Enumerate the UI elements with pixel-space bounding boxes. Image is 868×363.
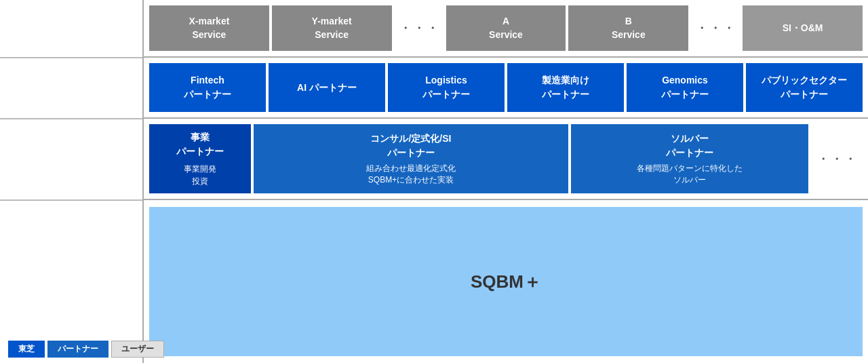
partner-consulting: コンサル/定式化/SIパートナー 組み合わせ最適化定式化SQBM+に合わせた実装 (254, 124, 568, 193)
partner-solver: ソルバーパートナー 各種問題パターンに特化したソルバー (571, 124, 808, 193)
left-label-row4 (0, 200, 142, 288)
partner-genomics: Genomicsパートナー (627, 63, 743, 112)
service-a: AService (446, 5, 566, 51)
dots-3: ・・・ (811, 124, 863, 193)
sqbm-row: SQBM＋ (144, 200, 868, 363)
left-label-row1 (0, 0, 142, 58)
main-container: X-marketService Y-marketService ・・・ ASer… (0, 0, 868, 363)
sqbm-label: SQBM＋ (471, 270, 541, 294)
service-xmarket: X-marketService (149, 5, 269, 51)
legend-user: ユーザー (111, 341, 164, 358)
left-label-row2 (0, 58, 142, 119)
left-labels (0, 0, 142, 363)
services-row: X-marketService Y-marketService ・・・ ASer… (144, 0, 868, 58)
legend: 東芝 パートナー ユーザー (8, 341, 164, 358)
service-ymarket: Y-marketService (272, 5, 392, 51)
dots-1: ・・・ (395, 5, 443, 51)
legend-toshiba: 東芝 (8, 341, 45, 358)
sqbm-box: SQBM＋ (149, 207, 863, 356)
main-content-area: X-marketService Y-marketService ・・・ ASer… (142, 0, 868, 363)
service-b: BService (568, 5, 688, 51)
blue-partners-row: Fintechパートナー AI パートナー Logisticsパートナー 製造業… (144, 58, 868, 119)
service-si-om: SI・O&M (743, 5, 863, 51)
mixed-partners-row: 事業パートナー 事業開発投資 コンサル/定式化/SIパートナー 組み合わせ最適化… (144, 119, 868, 200)
dots-2: ・・・ (691, 5, 740, 51)
partner-logistics: Logisticsパートナー (388, 63, 505, 112)
partner-manufacturing: 製造業向けパートナー (507, 63, 624, 112)
left-label-row3 (0, 119, 142, 200)
legend-partner: パートナー (47, 341, 108, 358)
partner-fintech: Fintechパートナー (149, 63, 266, 112)
partner-public-sector: パブリックセクターパートナー (746, 63, 863, 112)
partner-business: 事業パートナー 事業開発投資 (149, 124, 251, 193)
partner-ai: AI パートナー (269, 63, 385, 112)
